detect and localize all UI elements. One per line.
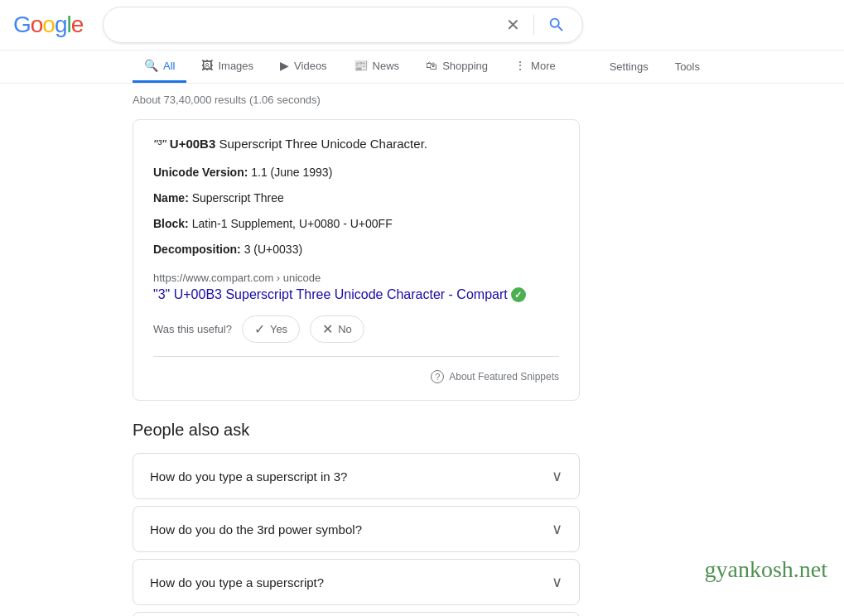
clear-icon: ✕	[506, 15, 520, 35]
tab-news[interactable]: 📰 News	[342, 51, 412, 83]
snippet-value-unicode: 1.1 (June 1993)	[251, 166, 332, 179]
tab-images-label: Images	[218, 60, 253, 72]
snippet-row-name: Name: Superscript Three	[153, 190, 559, 207]
snippet-row-block: Block: Latin-1 Supplement, U+0080 - U+00…	[153, 215, 559, 233]
all-icon: 🔍	[144, 59, 158, 72]
chevron-down-icon-0: ∨	[552, 467, 562, 485]
results-count: About 73,40,000 results (1.06 seconds)	[133, 94, 580, 106]
nav-tabs: 🔍 All 🖼 Images ▶ Videos 📰 News 🛍 Shoppin…	[0, 51, 844, 84]
snippet-value-decomposition: 3 (U+0033)	[244, 243, 302, 256]
snippet-link[interactable]: "3" U+00B3 Superscript Three Unicode Cha…	[153, 287, 526, 302]
snippet-link-text: "3" U+00B3 Superscript Three Unicode Cha…	[153, 287, 508, 302]
feedback-label: Was this useful?	[153, 323, 232, 335]
about-snippets-row[interactable]: ? About Featured Snippets	[153, 370, 559, 383]
snippet-label-block: Block:	[153, 217, 189, 230]
images-icon: 🖼	[201, 59, 213, 72]
snippet-link-badge: ✓	[511, 287, 526, 302]
feedback-yes-button[interactable]: ✓ Yes	[242, 315, 300, 343]
watermark: gyankosh.net	[704, 556, 827, 583]
paa-item-3[interactable]: How do you do superscript 7? ∨	[133, 612, 580, 616]
paa-question-1: How do you do the 3rd power symbol?	[150, 522, 362, 537]
tab-shopping-label: Shopping	[442, 60, 488, 72]
paa-question-2: How do you type a superscript?	[150, 575, 324, 590]
chevron-down-icon-2: ∨	[552, 573, 562, 591]
snippet-char-code: "³"	[153, 137, 166, 151]
shopping-icon: 🛍	[426, 59, 437, 72]
search-divider	[533, 15, 534, 35]
snippet-row-unicode: Unicode Version: 1.1 (June 1993)	[153, 164, 559, 181]
feedback-divider	[153, 356, 559, 357]
tab-images[interactable]: 🖼 Images	[190, 51, 265, 83]
top-bar: Google 3 number superscript ✕	[0, 0, 844, 51]
tab-all[interactable]: 🔍 All	[133, 51, 186, 83]
tab-news-label: News	[373, 60, 400, 72]
paa-item-0[interactable]: How do you type a superscript in 3? ∨	[133, 453, 580, 499]
snippet-bold: U+00B3	[170, 137, 215, 151]
snippet-value-name: Superscript Three	[192, 191, 284, 205]
yes-label: Yes	[270, 323, 287, 335]
snippet-label-unicode: Unicode Version:	[153, 166, 248, 179]
search-submit-button[interactable]	[544, 16, 569, 34]
tab-videos[interactable]: ▶ Videos	[268, 51, 339, 83]
feedback-row: Was this useful? ✓ Yes ✕ No	[153, 315, 559, 343]
about-snippets-label: About Featured Snippets	[449, 371, 559, 383]
info-icon: ?	[431, 370, 444, 383]
search-clear-button[interactable]: ✕	[503, 15, 523, 35]
featured-snippet: "³" U+00B3 Superscript Three Unicode Cha…	[133, 119, 580, 401]
snippet-source-url: https://www.compart.com › unicode	[153, 272, 559, 284]
news-icon: 📰	[354, 59, 368, 72]
check-circle-icon: ✓	[254, 321, 265, 337]
paa-title: People also ask	[133, 421, 580, 440]
paa-item-2[interactable]: How do you type a superscript? ∨	[133, 559, 580, 605]
main-content: About 73,40,000 results (1.06 seconds) "…	[0, 84, 712, 616]
paa-question-0: How do you type a superscript in 3?	[150, 469, 347, 484]
snippet-label-decomposition: Decomposition:	[153, 243, 241, 256]
snippet-row-decomposition: Decomposition: 3 (U+0033)	[153, 241, 559, 258]
snippet-label-name: Name:	[153, 191, 189, 205]
snippet-title: "³" U+00B3 Superscript Three Unicode Cha…	[153, 137, 559, 151]
no-label: No	[338, 323, 352, 335]
search-box: 3 number superscript ✕	[103, 7, 583, 43]
snippet-rest: Superscript Three Unicode Character.	[219, 137, 427, 151]
snippet-value-block: Latin-1 Supplement, U+0080 - U+00FF	[192, 217, 393, 230]
google-logo[interactable]: Google	[13, 12, 83, 38]
search-icon	[547, 16, 566, 34]
tab-more-label: More	[531, 60, 556, 72]
more-icon: ⋮	[514, 59, 526, 72]
x-circle-icon: ✕	[322, 321, 333, 337]
settings-button[interactable]: Settings	[598, 52, 660, 81]
search-input[interactable]: 3 number superscript	[117, 17, 496, 32]
paa-item-1[interactable]: How do you do the 3rd power symbol? ∨	[133, 506, 580, 552]
chevron-down-icon-1: ∨	[552, 520, 562, 538]
tab-all-label: All	[163, 60, 175, 72]
nav-settings-group: Settings Tools	[598, 52, 711, 81]
tools-button[interactable]: Tools	[663, 52, 711, 81]
tab-videos-label: Videos	[294, 60, 327, 72]
tab-more[interactable]: ⋮ More	[503, 51, 567, 83]
videos-icon: ▶	[280, 59, 289, 72]
tab-shopping[interactable]: 🛍 Shopping	[414, 51, 499, 83]
people-also-ask-section: People also ask How do you type a supers…	[133, 421, 580, 616]
feedback-no-button[interactable]: ✕ No	[310, 315, 364, 343]
